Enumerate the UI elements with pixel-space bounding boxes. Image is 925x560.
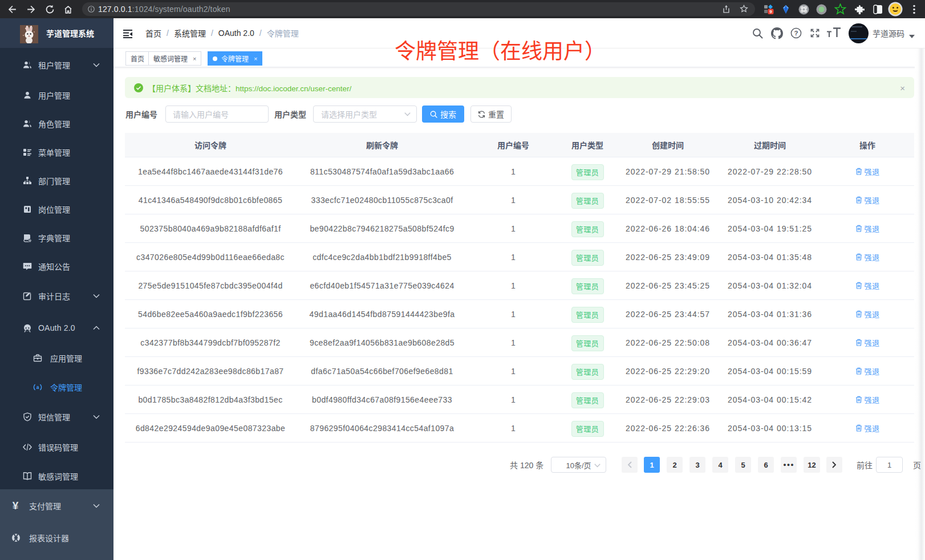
- svg-text:a: a: [36, 384, 39, 390]
- svg-text:?: ?: [794, 30, 798, 36]
- svg-text:9: 9: [769, 9, 772, 14]
